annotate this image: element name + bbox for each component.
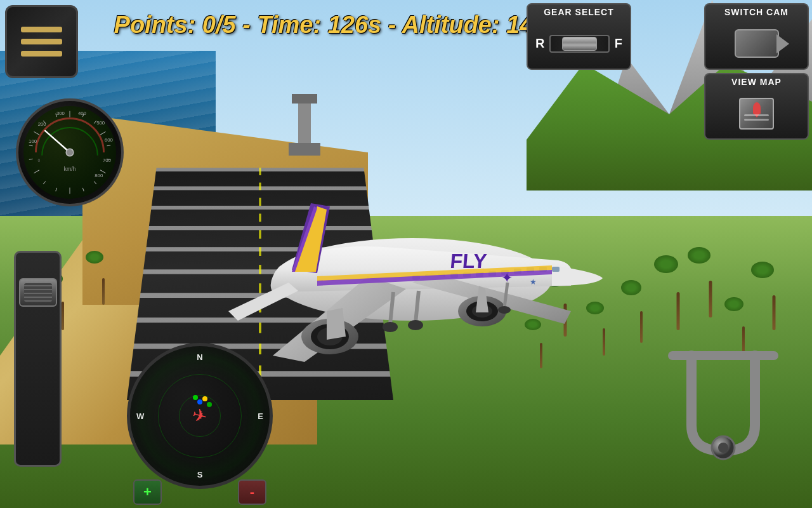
menu-icon-line2 — [21, 39, 62, 44]
svg-point-27 — [498, 306, 511, 314]
palm-tree — [57, 286, 69, 330]
control-tower-top — [292, 94, 317, 104]
view-map-button[interactable]: VIEW MAP — [704, 73, 809, 140]
svg-text:★: ★ — [530, 277, 537, 286]
camera-lens-icon — [776, 34, 789, 53]
camera-icon — [735, 29, 779, 58]
view-map-icon-area — [739, 88, 774, 138]
palm-tree — [98, 264, 108, 305]
map-lines — [744, 114, 769, 123]
switch-cam-icon-area — [705, 18, 808, 69]
palm-tree — [738, 311, 749, 356]
palm-tree — [636, 295, 647, 343]
svg-rect-5 — [552, 267, 560, 272]
palm-tree — [671, 273, 685, 330]
map-pin-icon — [753, 102, 761, 114]
view-map-label: VIEW MAP — [731, 74, 782, 88]
switch-cam-label: SWITCH CAM — [724, 4, 789, 18]
palm-tree — [704, 264, 717, 318]
zoom-in-button[interactable]: + — [133, 479, 162, 505]
svg-text:FLY: FLY — [449, 250, 488, 272]
palm-tree — [768, 278, 780, 330]
map-line — [744, 114, 769, 116]
switch-cam-button[interactable]: SWITCH CAM — [704, 3, 809, 70]
aircraft: FLY ✦ ★ — [190, 114, 634, 400]
map-line — [744, 119, 769, 121]
game-canvas: FLY ✦ ★ — [0, 0, 812, 508]
map-icon — [739, 98, 774, 130]
menu-button[interactable] — [5, 5, 78, 78]
menu-icon-line1 — [21, 27, 62, 32]
svg-point-26 — [408, 320, 423, 330]
zoom-out-button[interactable]: - — [238, 479, 266, 505]
svg-point-25 — [383, 322, 398, 332]
menu-icon-line3 — [21, 51, 62, 57]
